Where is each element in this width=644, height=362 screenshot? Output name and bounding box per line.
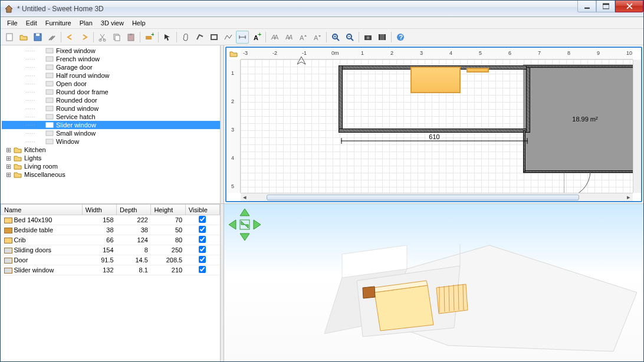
- pan-tool[interactable]: [179, 31, 192, 44]
- visible-checkbox[interactable]: [199, 266, 206, 273]
- plan-furniture-crib[interactable]: [466, 68, 489, 73]
- svg-rect-45: [379, 34, 380, 40]
- tree-category[interactable]: ⊞Lights: [2, 154, 220, 162]
- text-italic-button[interactable]: AA: [282, 31, 295, 44]
- tree-category[interactable]: ⊞Kitchen: [2, 146, 220, 154]
- wall[interactable]: [523, 130, 525, 172]
- dimension-value: 610: [426, 133, 442, 140]
- increase-text-button[interactable]: A: [297, 31, 310, 44]
- tree-item[interactable]: ·····Fixed window: [2, 47, 220, 55]
- table-row[interactable]: Slider window1328.1210: [1, 265, 220, 275]
- open-button[interactable]: [17, 31, 30, 44]
- room-shape[interactable]: 18.99 m²: [523, 64, 642, 173]
- zoom-out-button[interactable]: [343, 31, 356, 44]
- minimize-button[interactable]: [577, 1, 596, 12]
- close-button[interactable]: [615, 1, 643, 12]
- wall[interactable]: [339, 129, 530, 133]
- select-tool[interactable]: [161, 31, 174, 44]
- svg-rect-21: [211, 35, 217, 40]
- titlebar[interactable]: * Untitled - Sweet Home 3D: [1, 1, 643, 17]
- dimension-line[interactable]: 610: [341, 138, 528, 146]
- svg-marker-76: [374, 285, 433, 331]
- col-depth[interactable]: Depth: [117, 205, 151, 215]
- tree-item[interactable]: ·····French window: [2, 55, 220, 63]
- tree-category[interactable]: ⊞Living room: [2, 162, 220, 170]
- tree-item[interactable]: ·····Open door: [2, 80, 220, 88]
- nav-3d-control[interactable]: [228, 208, 262, 242]
- furniture-table[interactable]: Name Width Depth Height Visible Bed 140x…: [1, 204, 220, 275]
- maximize-button[interactable]: [596, 1, 615, 12]
- menu-help[interactable]: Help: [128, 18, 150, 28]
- save-button[interactable]: [31, 31, 44, 44]
- col-name[interactable]: Name: [1, 205, 83, 215]
- text-bold-button[interactable]: AA: [268, 31, 281, 44]
- help-button[interactable]: ?: [394, 31, 407, 44]
- create-rooms-tool[interactable]: [208, 31, 221, 44]
- create-polyline-tool[interactable]: [222, 31, 235, 44]
- new-button[interactable]: [3, 31, 16, 44]
- ruler-tick: 0m: [331, 50, 339, 56]
- paste-button[interactable]: [124, 31, 137, 44]
- plan-canvas[interactable]: 18.99 m²: [241, 60, 633, 193]
- wall[interactable]: [526, 65, 642, 68]
- tree-item[interactable]: ·····Window: [2, 137, 220, 146]
- tree-item[interactable]: ·····Rounded door: [2, 96, 220, 104]
- tree-item[interactable]: ·····Service hatch: [2, 113, 220, 121]
- table-row[interactable]: Bed 140x19015822270: [1, 215, 220, 225]
- tree-item[interactable]: ·····Small window: [2, 129, 220, 137]
- tree-item[interactable]: ·····Half round window: [2, 71, 220, 80]
- decrease-text-button[interactable]: A: [311, 31, 324, 44]
- ruler-tick: 1: [231, 70, 234, 76]
- compass-icon: [293, 56, 310, 69]
- menu-3dview[interactable]: 3D view: [97, 18, 128, 28]
- plan-scrollbar-vertical[interactable]: [633, 60, 641, 193]
- plan-furniture-bed[interactable]: [410, 67, 461, 93]
- tree-item[interactable]: ·····Slider window: [2, 121, 220, 129]
- table-row[interactable]: Sliding doors1548250: [1, 245, 220, 255]
- zoom-in-button[interactable]: [329, 31, 342, 44]
- wall[interactable]: [526, 65, 530, 133]
- visible-checkbox[interactable]: [199, 256, 206, 263]
- svg-text:?: ?: [399, 34, 403, 41]
- create-walls-tool[interactable]: [193, 31, 206, 44]
- create-text-tool[interactable]: A+: [250, 31, 263, 44]
- redo-button[interactable]: [78, 31, 91, 44]
- menu-edit[interactable]: Edit: [22, 18, 41, 28]
- visible-checkbox[interactable]: [199, 216, 206, 223]
- tree-item[interactable]: ·····Garage door: [2, 63, 220, 71]
- table-row[interactable]: Crib6612480: [1, 235, 220, 245]
- cut-button[interactable]: [96, 31, 109, 44]
- svg-marker-67: [254, 220, 261, 229]
- plan-scrollbar-horizontal[interactable]: ◂ ▸: [241, 193, 633, 201]
- copy-button[interactable]: [110, 31, 123, 44]
- ruler-tick: 2: [231, 98, 234, 104]
- menu-furniture[interactable]: Furniture: [41, 18, 75, 28]
- tree-category[interactable]: ⊞Miscellaneous: [2, 170, 220, 179]
- visible-checkbox[interactable]: [199, 246, 206, 253]
- plan-view[interactable]: -3-2-10m12345678910 12345 18.99 m²: [225, 47, 642, 202]
- photo-button[interactable]: [362, 31, 374, 44]
- ruler-tick: 7: [538, 50, 541, 56]
- add-furniture-button[interactable]: +: [143, 31, 156, 44]
- tree-item[interactable]: ·····Round door frame: [2, 88, 220, 96]
- furniture-tree[interactable]: ·····Fixed window·····French window·····…: [1, 45, 220, 203]
- svg-rect-50: [46, 57, 53, 61]
- col-width[interactable]: Width: [82, 205, 116, 215]
- menu-file[interactable]: File: [3, 18, 22, 28]
- furniture-catalog-panel: ·····Fixed window·····French window·····…: [1, 45, 221, 203]
- table-row[interactable]: Door91.514.5208.5: [1, 255, 220, 265]
- preferences-button[interactable]: [45, 31, 58, 44]
- visible-checkbox[interactable]: [199, 226, 206, 233]
- table-row[interactable]: Bedside table383850: [1, 225, 220, 235]
- visible-checkbox[interactable]: [199, 236, 206, 243]
- wall[interactable]: [339, 65, 343, 133]
- menu-plan[interactable]: Plan: [75, 18, 97, 28]
- col-height[interactable]: Height: [151, 205, 185, 215]
- create-dimensions-tool[interactable]: [236, 31, 249, 44]
- tree-item-label: Service hatch: [56, 113, 96, 120]
- col-visible[interactable]: Visible: [185, 205, 219, 215]
- undo-button[interactable]: [64, 31, 77, 44]
- view-3d[interactable]: [224, 204, 643, 361]
- tree-item[interactable]: ·····Round window: [2, 104, 220, 113]
- video-button[interactable]: [376, 31, 389, 44]
